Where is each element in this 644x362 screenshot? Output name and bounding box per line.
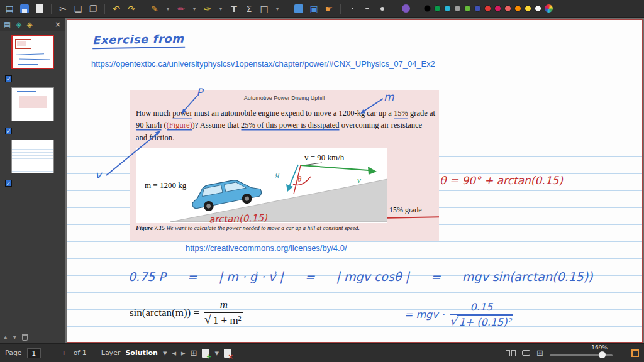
color-palette bbox=[424, 4, 553, 13]
grid-snap-icon[interactable]: ⊞ bbox=[191, 348, 197, 358]
zoom-slider-handle[interactable] bbox=[599, 351, 606, 358]
line-width-fine-icon[interactable] bbox=[347, 3, 358, 15]
annotation-arrows-svg bbox=[67, 20, 643, 343]
main-toolbar: ▤ ✂ ❏ ❐ ↶ ↷ ✎ ▾ ✏ ▾ ✑ ▾ T Σ □ ▾ ▣ ☛ bbox=[0, 0, 644, 18]
color-swatch[interactable] bbox=[424, 5, 431, 12]
math-tool-icon[interactable]: Σ bbox=[243, 3, 255, 15]
thumb1-sketch bbox=[17, 41, 26, 46]
color-swatch[interactable] bbox=[434, 5, 441, 12]
color-swatch[interactable] bbox=[464, 5, 471, 12]
statusbar-separator bbox=[94, 348, 94, 358]
page-label: Page bbox=[5, 349, 22, 357]
arrow-m bbox=[362, 99, 383, 112]
delete-page-icon-statusbar[interactable]: × bbox=[224, 349, 231, 358]
marker-tool-icon[interactable]: ✑ bbox=[202, 3, 213, 15]
grid-view-icon[interactable]: ⊞ bbox=[536, 348, 543, 358]
page-thumbnail-1[interactable] bbox=[11, 35, 54, 69]
cut-icon[interactable]: ✂ bbox=[57, 3, 69, 15]
prev-annotated-page-icon[interactable]: ◂ bbox=[172, 348, 176, 358]
page-number-input[interactable]: 1 bbox=[27, 348, 41, 358]
page-thumbnail-3[interactable] bbox=[11, 140, 54, 173]
app-window: ▤ ✂ ❏ ❐ ↶ ↷ ✎ ▾ ✏ ▾ ✑ ▾ T Σ □ ▾ ▣ ☛ bbox=[0, 0, 644, 362]
status-bar: Page 1 − + of 1 Layer Solution ▾ ◂ ▸ ⊞ +… bbox=[0, 343, 644, 362]
selection-square-icon bbox=[294, 4, 303, 13]
canvas-area: Exercise from https://opentextbc.ca/univ… bbox=[65, 18, 644, 343]
color-picker-icon[interactable] bbox=[545, 4, 553, 13]
move-page-down-icon[interactable]: ▾ bbox=[13, 333, 17, 341]
pages-tab-icon[interactable]: ▤ bbox=[4, 20, 11, 29]
next-annotated-page-icon[interactable]: ▸ bbox=[181, 348, 186, 358]
statusbar-right-group: ⊞ 169% bbox=[506, 344, 639, 362]
page-thumbnail-2[interactable] bbox=[11, 87, 54, 121]
sidebar-tabs: ▤ ◈ ◈ × bbox=[0, 18, 65, 31]
highlighter-dropdown-icon[interactable]: ▾ bbox=[191, 3, 198, 15]
zoom-control: 169% bbox=[550, 344, 625, 362]
toolbar-separator bbox=[287, 4, 287, 14]
page-checkbox-1[interactable]: ✓ bbox=[5, 75, 12, 82]
color-swatch[interactable] bbox=[535, 5, 541, 12]
close-sidebar-icon[interactable]: × bbox=[55, 20, 61, 29]
work-equation-line: 0.75 P = | m · g⃗ · v⃗ | = | mgv cosθ | … bbox=[128, 270, 593, 283]
marker-dropdown-icon[interactable]: ▾ bbox=[217, 3, 225, 15]
page-decrement-button[interactable]: − bbox=[46, 349, 55, 357]
layerstack-tab-icon[interactable]: ◈ bbox=[27, 20, 33, 29]
layers-tab-icon[interactable]: ◈ bbox=[16, 20, 21, 29]
toolbar-separator bbox=[104, 4, 105, 14]
page-thumbnails: ✓ ✓ ✓ bbox=[0, 31, 65, 187]
highlighter-tool-icon[interactable]: ✏ bbox=[175, 3, 187, 15]
menu-icon[interactable]: ▤ bbox=[4, 3, 15, 15]
select-tool-icon[interactable] bbox=[293, 3, 304, 15]
layer-dropdown-icon[interactable]: ▾ bbox=[163, 348, 167, 358]
active-color-icon[interactable] bbox=[400, 3, 411, 15]
page-checkbox-2[interactable]: ✓ bbox=[5, 128, 12, 134]
shape-tool-icon[interactable]: □ bbox=[258, 3, 270, 15]
layer-label: Layer bbox=[101, 349, 121, 357]
color-swatch[interactable] bbox=[494, 5, 501, 12]
arrow-v bbox=[106, 133, 158, 175]
move-page-up-icon[interactable]: ▴ bbox=[4, 333, 8, 341]
toolbar-separator bbox=[143, 4, 143, 14]
final-expression: = mgv · 0.15 √1+ (0.15)² bbox=[404, 301, 513, 328]
undo-icon[interactable]: ↶ bbox=[111, 3, 122, 15]
page-checkbox-3[interactable]: ✓ bbox=[5, 180, 12, 187]
image-tool-icon[interactable]: ▣ bbox=[308, 3, 319, 15]
paste-icon[interactable]: ❐ bbox=[87, 3, 99, 15]
pen-tool-icon[interactable]: ✎ bbox=[149, 3, 160, 15]
floppy-icon bbox=[20, 4, 29, 13]
color-swatch[interactable] bbox=[474, 5, 481, 12]
text-tool-icon[interactable]: T bbox=[228, 3, 240, 15]
new-document-icon[interactable] bbox=[34, 3, 45, 15]
page-count-label: of 1 bbox=[74, 349, 87, 357]
dual-page-view-icon[interactable] bbox=[506, 350, 516, 356]
color-swatch[interactable] bbox=[454, 5, 461, 12]
active-color-dot bbox=[402, 4, 410, 13]
copy-icon[interactable]: ❏ bbox=[72, 3, 84, 15]
color-swatch[interactable] bbox=[444, 5, 451, 12]
page-increment-button[interactable]: + bbox=[60, 349, 69, 357]
trig-identity-formula: sin(arctan(m)) = m √1 + m² bbox=[130, 299, 243, 327]
color-swatch[interactable] bbox=[504, 5, 511, 12]
hand-tool-icon[interactable]: ☛ bbox=[323, 3, 335, 15]
add-page-dropdown-icon[interactable]: ▾ bbox=[214, 348, 219, 358]
toolbar-separator bbox=[394, 4, 394, 14]
presentation-mode-icon[interactable] bbox=[522, 350, 530, 356]
line-width-thick-icon[interactable] bbox=[377, 3, 388, 15]
color-swatch[interactable] bbox=[484, 5, 491, 12]
redo-icon[interactable]: ↷ bbox=[126, 3, 137, 15]
color-swatch[interactable] bbox=[525, 5, 531, 12]
toolbar-separator bbox=[340, 4, 341, 14]
save-icon[interactable] bbox=[19, 3, 30, 15]
shape-dropdown-icon[interactable]: ▾ bbox=[274, 3, 281, 15]
fullscreen-icon[interactable] bbox=[631, 349, 639, 357]
line-width-medium-icon[interactable] bbox=[362, 3, 373, 15]
layer-select-value[interactable]: Solution bbox=[125, 349, 158, 357]
sidebar-bottom-toolbar: ▴ ▾ bbox=[4, 333, 28, 341]
delete-page-icon[interactable] bbox=[22, 334, 28, 341]
add-page-icon[interactable]: + bbox=[202, 349, 209, 358]
document-icon bbox=[36, 4, 43, 13]
pen-dropdown-icon[interactable]: ▾ bbox=[164, 3, 172, 15]
notebook-page[interactable]: Exercise from https://opentextbc.ca/univ… bbox=[67, 19, 643, 343]
zoom-level-label: 169% bbox=[591, 344, 608, 351]
color-swatch[interactable] bbox=[514, 5, 521, 12]
sidebar: ▤ ◈ ◈ × ✓ ✓ ✓ ▴ bbox=[0, 18, 65, 343]
